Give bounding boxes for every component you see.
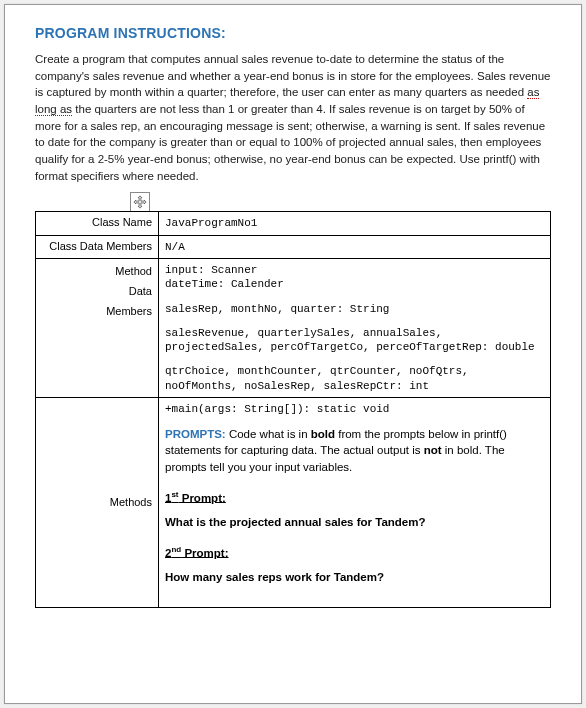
label-line: Members (42, 305, 152, 317)
label-line: Data (42, 285, 152, 297)
row-label-methods: Methods (36, 398, 159, 608)
table-row: Methods +main(args: String[]): static vo… (36, 398, 551, 608)
table-move-handle-icon[interactable] (130, 192, 150, 212)
cell-method-data-members: input: Scanner dateTime: Calender salesR… (159, 258, 551, 397)
method-signature: +main(args: String[]): static void (165, 402, 544, 416)
intro-text-after: the quarters are not less than 1 or grea… (35, 103, 545, 182)
table-row: Class Data Members N/A (36, 235, 551, 258)
document-page: PROGRAM INSTRUCTIONS: Create a program t… (4, 4, 582, 704)
cell-class-data-members: N/A (159, 235, 551, 258)
intro-text-before: Create a program that computes annual sa… (35, 53, 551, 98)
prompt-word: Prompt: (179, 491, 226, 503)
move-icon (133, 195, 147, 209)
prompt-2-text: How many sales reps work for Tandem? (165, 569, 544, 585)
row-label-class-name: Class Name (36, 212, 159, 235)
label-line: Method (42, 265, 152, 277)
table-row: Method Data Members input: Scanner dateT… (36, 258, 551, 397)
prompts-bold: bold (311, 428, 335, 440)
code-line: salesRep, monthNo, quarter: String (165, 302, 544, 316)
cell-methods: +main(args: String[]): static void PROMP… (159, 398, 551, 608)
prompt-1-label: 1st Prompt: (165, 489, 544, 506)
prompt-word: Prompt: (181, 546, 228, 558)
code-line: salesRevenue, quarterlySales, annualSale… (165, 326, 544, 355)
row-label-method-data-members: Method Data Members (36, 258, 159, 397)
ordinal-suffix: nd (171, 545, 181, 554)
ordinal-suffix: st (171, 490, 178, 499)
prompts-bold: not (424, 444, 442, 456)
prompts-paragraph: PROMPTS: Code what is in bold from the p… (165, 426, 544, 474)
prompt-2-label: 2nd Prompt: (165, 544, 544, 561)
prompts-heading: PROMPTS: (165, 428, 226, 440)
code-line: qtrChoice, monthCounter, qtrCounter, noO… (165, 364, 544, 393)
intro-paragraph: Create a program that computes annual sa… (35, 51, 551, 184)
table-row: Class Name JavaProgramNo1 (36, 212, 551, 235)
prompt-1-text: What is the projected annual sales for T… (165, 514, 544, 530)
spec-table: Class Name JavaProgramNo1 Class Data Mem… (35, 211, 551, 607)
prompts-text: Code what is in (226, 428, 311, 440)
cell-class-name: JavaProgramNo1 (159, 212, 551, 235)
section-heading: PROGRAM INSTRUCTIONS: (35, 25, 551, 41)
code-line: dateTime: Calender (165, 277, 544, 291)
row-label-class-data-members: Class Data Members (36, 235, 159, 258)
code-line: input: Scanner (165, 263, 544, 277)
outdent-label: Class Data Members (0, 240, 152, 252)
